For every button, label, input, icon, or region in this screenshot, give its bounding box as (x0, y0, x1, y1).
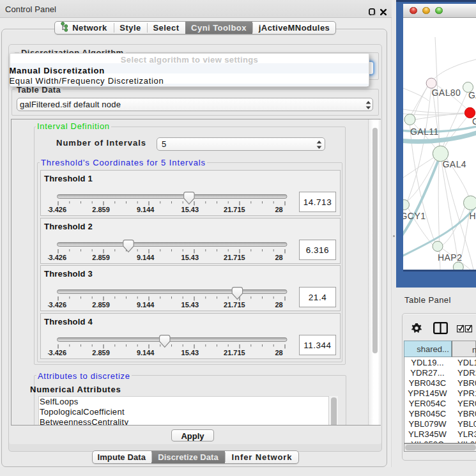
svg-text:15.43: 15.43 (181, 349, 199, 357)
svg-text:-3.426: -3.426 (48, 206, 66, 213)
svg-text:HAP2: HAP2 (438, 252, 462, 262)
svg-text:28: 28 (275, 206, 282, 213)
svg-text:-3.426: -3.426 (48, 301, 66, 309)
svg-text:21.715: 21.715 (224, 349, 245, 357)
svg-text:GAL: GAL (468, 90, 476, 100)
svg-text:28: 28 (275, 301, 282, 309)
svg-text:-3.426: -3.426 (48, 349, 66, 357)
svg-text:21.715: 21.715 (224, 206, 245, 213)
svg-text:GCY1: GCY1 (403, 210, 426, 220)
svg-text:2.859: 2.859 (92, 254, 110, 261)
svg-text:15.43: 15.43 (181, 254, 199, 261)
svg-text:2.859: 2.859 (92, 206, 110, 213)
svg-text:GAL4: GAL4 (443, 159, 467, 169)
svg-text:GAL80: GAL80 (432, 87, 461, 97)
svg-text:9.144: 9.144 (137, 254, 155, 261)
svg-text:28: 28 (275, 254, 282, 261)
svg-text:2.859: 2.859 (92, 301, 110, 309)
svg-text:21.715: 21.715 (224, 301, 245, 309)
svg-text:28: 28 (275, 349, 282, 357)
svg-text:GAL11: GAL11 (410, 126, 439, 136)
svg-text:9.144: 9.144 (137, 301, 155, 309)
svg-text:H: H (470, 210, 476, 220)
svg-text:15.43: 15.43 (181, 206, 199, 213)
svg-text:15.43: 15.43 (181, 301, 199, 309)
svg-text:G: G (472, 116, 476, 127)
svg-text:9.144: 9.144 (137, 349, 155, 357)
svg-text:21.715: 21.715 (224, 254, 245, 261)
svg-text:9.144: 9.144 (137, 206, 155, 213)
svg-text:2.859: 2.859 (92, 349, 110, 357)
svg-text:-3.426: -3.426 (48, 254, 66, 261)
